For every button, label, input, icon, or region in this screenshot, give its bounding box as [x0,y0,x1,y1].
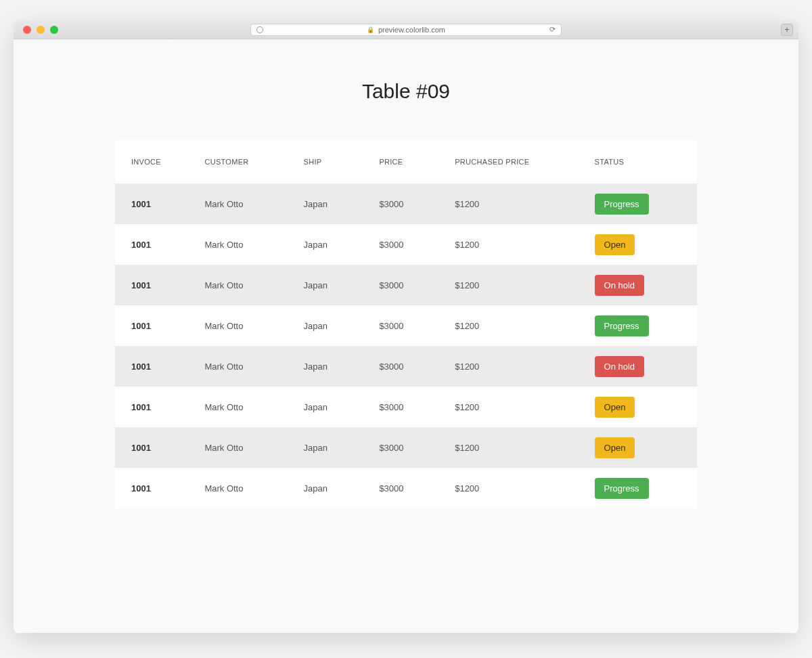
maximize-window-button[interactable] [50,26,58,34]
cell-purchased-price: $1200 [447,346,586,387]
cell-status: Open [587,387,697,427]
cell-purchased-price: $1200 [447,468,586,508]
status-badge[interactable]: Progress [595,478,649,499]
table-row: 1001Mark OttoJapan$3000$1200Progress [115,305,697,346]
status-badge[interactable]: Open [595,437,635,458]
cell-ship: Japan [296,224,371,265]
page-title: Table #09 [14,80,798,103]
cell-ship: Japan [296,468,371,508]
cell-ship: Japan [296,265,371,305]
cell-invoice: 1001 [115,468,196,508]
cell-purchased-price: $1200 [447,305,586,346]
browser-window: 🔒 preview.colorlib.com ⟳ + Table #09 INV… [14,20,798,633]
cell-price: $3000 [371,265,447,305]
cell-ship: Japan [296,346,371,387]
status-badge[interactable]: On hold [595,356,645,377]
url-text: preview.colorlib.com [378,26,445,34]
refresh-icon[interactable]: ⟳ [549,25,556,34]
cell-price: $3000 [371,346,447,387]
table-row: 1001Mark OttoJapan$3000$1200Open [115,387,697,427]
history-icon [256,26,263,33]
status-badge[interactable]: Open [595,234,635,255]
address-bar[interactable]: 🔒 preview.colorlib.com ⟳ [250,24,562,36]
header-status: STATUS [587,140,697,183]
window-controls [23,26,58,34]
cell-customer: Mark Otto [196,265,295,305]
cell-status: Progress [587,183,697,224]
cell-status: On hold [587,265,697,305]
cell-ship: Japan [296,183,371,224]
close-window-button[interactable] [23,26,31,34]
cell-ship: Japan [296,305,371,346]
cell-price: $3000 [371,387,447,427]
cell-price: $3000 [371,183,447,224]
cell-customer: Mark Otto [196,427,295,468]
status-badge[interactable]: Progress [595,194,649,215]
header-ship: SHIP [296,140,371,183]
table-header-row: INVOCE CUSTOMER SHIP PRICE PRUCHASED PRI… [115,140,697,183]
cell-customer: Mark Otto [196,387,295,427]
minimize-window-button[interactable] [37,26,45,34]
cell-ship: Japan [296,427,371,468]
cell-price: $3000 [371,224,447,265]
cell-customer: Mark Otto [196,305,295,346]
table-row: 1001Mark OttoJapan$3000$1200Progress [115,468,697,508]
cell-customer: Mark Otto [196,468,295,508]
cell-invoice: 1001 [115,387,196,427]
cell-invoice: 1001 [115,265,196,305]
cell-purchased-price: $1200 [447,265,586,305]
status-badge[interactable]: Progress [595,315,649,336]
cell-invoice: 1001 [115,224,196,265]
cell-price: $3000 [371,305,447,346]
lock-icon: 🔒 [367,26,374,33]
cell-status: On hold [587,346,697,387]
cell-ship: Japan [296,387,371,427]
cell-status: Open [587,224,697,265]
browser-titlebar: 🔒 preview.colorlib.com ⟳ + [14,20,798,39]
cell-customer: Mark Otto [196,346,295,387]
table-row: 1001Mark OttoJapan$3000$1200Open [115,224,697,265]
cell-status: Progress [587,305,697,346]
table-row: 1001Mark OttoJapan$3000$1200On hold [115,265,697,305]
status-badge[interactable]: On hold [595,275,645,296]
cell-purchased-price: $1200 [447,224,586,265]
cell-status: Open [587,427,697,468]
table-row: 1001Mark OttoJapan$3000$1200Open [115,427,697,468]
status-badge[interactable]: Open [595,397,635,418]
cell-invoice: 1001 [115,183,196,224]
new-tab-button[interactable]: + [781,24,793,36]
cell-customer: Mark Otto [196,183,295,224]
header-customer: CUSTOMER [196,140,295,183]
invoice-table: INVOCE CUSTOMER SHIP PRICE PRUCHASED PRI… [115,140,697,508]
table-row: 1001Mark OttoJapan$3000$1200Progress [115,183,697,224]
cell-status: Progress [587,468,697,508]
cell-price: $3000 [371,468,447,508]
page-viewport: Table #09 INVOCE CUSTOMER SHIP PRICE PRU… [14,39,798,633]
invoice-table-container: INVOCE CUSTOMER SHIP PRICE PRUCHASED PRI… [115,140,697,508]
table-row: 1001Mark OttoJapan$3000$1200On hold [115,346,697,387]
cell-purchased-price: $1200 [447,427,586,468]
header-invoice: INVOCE [115,140,196,183]
header-purchased-price: PRUCHASED PRICE [447,140,586,183]
cell-price: $3000 [371,427,447,468]
header-price: PRICE [371,140,447,183]
cell-invoice: 1001 [115,346,196,387]
cell-invoice: 1001 [115,305,196,346]
cell-purchased-price: $1200 [447,183,586,224]
cell-invoice: 1001 [115,427,196,468]
cell-purchased-price: $1200 [447,387,586,427]
cell-customer: Mark Otto [196,224,295,265]
